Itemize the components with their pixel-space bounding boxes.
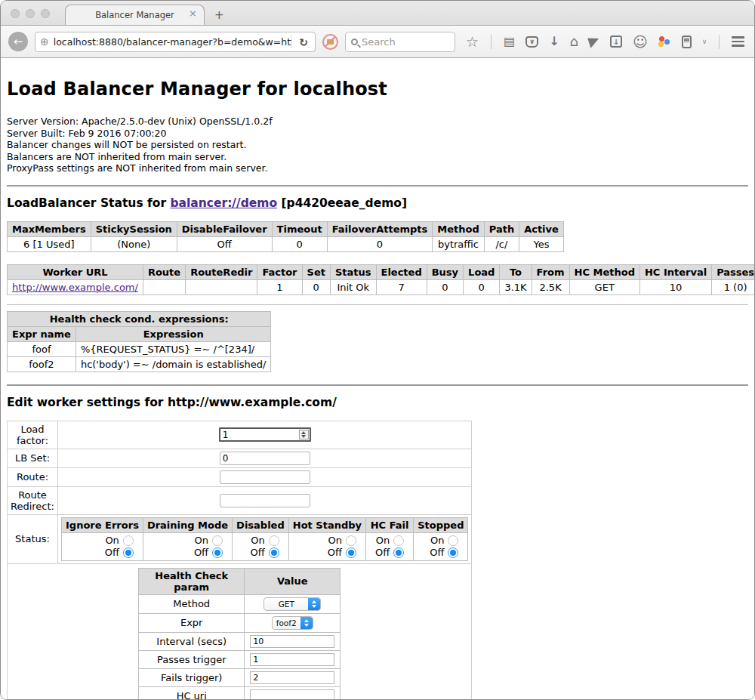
page-content: Load Balancer Manager for localhost Serv…	[1, 58, 754, 699]
status-draining-mode-off-radio[interactable]	[212, 547, 223, 558]
column-header: Worker URL	[8, 264, 143, 279]
column-header: Active	[519, 221, 564, 236]
column-header: To	[500, 264, 532, 279]
table-row: Health Check paramValueMethodGETExprfoof…	[8, 563, 472, 699]
back-button[interactable]: ←	[8, 32, 28, 51]
column-header: RouteRedir	[186, 264, 257, 279]
server-built: Server Built: Feb 9 2016 07:00:20	[7, 128, 748, 140]
new-tab-button[interactable]: +	[214, 8, 224, 22]
send-icon[interactable]	[587, 35, 601, 48]
close-window-icon[interactable]	[11, 9, 20, 18]
load-factor-input[interactable]	[219, 427, 311, 442]
reload-icon[interactable]: ↻	[291, 35, 315, 48]
back-icon: ←	[14, 35, 23, 48]
hc-uri-input[interactable]	[250, 689, 334, 700]
downloads-icon[interactable]: ↓	[549, 35, 559, 48]
search-bar[interactable]	[345, 32, 455, 52]
health-check-cell: Health Check paramValueMethodGETExprfoof…	[8, 563, 472, 699]
table-cell: 3.1K	[500, 279, 532, 294]
table-cell: Yes	[519, 236, 564, 251]
toolbar-icons: ☆ ▤ ∨ ↓ ⌂ ↓ ☺ ∨	[466, 35, 755, 49]
table-cell: 0	[327, 236, 433, 251]
download-square-icon[interactable]: ↓	[610, 35, 622, 48]
menu-icon[interactable]	[732, 36, 744, 47]
route-redirect-input[interactable]	[220, 494, 310, 507]
table-row: MethodGET	[139, 594, 341, 613]
column-header: FailoverAttempts	[327, 221, 433, 236]
status-stopped-off-radio[interactable]	[448, 547, 458, 558]
bookmark-star-icon[interactable]: ☆	[466, 35, 479, 48]
server-info: Server Version: Apache/2.5.0-dev (Unix) …	[7, 116, 748, 174]
table-row: foof2hc('body') =~ /domain is establishe…	[8, 356, 271, 372]
tab-balancer-manager[interactable]: Balancer Manager ×	[65, 5, 205, 25]
table-row: Interval (secs)	[139, 632, 341, 650]
status-hc-fail-on-radio[interactable]	[393, 535, 404, 546]
status-hot-standby-on-radio[interactable]	[346, 535, 356, 546]
interval-input[interactable]	[250, 635, 334, 648]
column-header: Value	[245, 568, 341, 594]
status-disabled-off-radio[interactable]	[269, 547, 279, 558]
url-text[interactable]: localhost:8880/balancer-manager?b=demo&w…	[54, 36, 292, 48]
column-header: Load	[464, 264, 500, 279]
balancer-demo-link[interactable]: balancer://demo	[170, 196, 277, 210]
fails-trigger-input[interactable]	[250, 671, 334, 684]
expr-select[interactable]: foof2	[272, 616, 313, 630]
search-icon	[351, 39, 358, 45]
balancer-status-table: MaxMembersStickySessionDisableFailoverTi…	[7, 221, 564, 252]
heading-suffix: [p4420eeae_demo]	[277, 196, 407, 210]
colored-dots-extension-icon[interactable]	[658, 35, 671, 48]
address-bar[interactable]: ⊕ localhost:8880/balancer-manager?b=demo…	[35, 32, 316, 52]
method-select[interactable]: GET	[263, 597, 321, 611]
reader-list-icon[interactable]	[682, 35, 692, 48]
column-header: Route	[143, 264, 185, 279]
route-input[interactable]	[220, 470, 310, 484]
status-draining-mode-on-radio[interactable]	[212, 535, 223, 546]
tab-close-icon[interactable]: ×	[189, 8, 197, 18]
edit-worker-heading: Edit worker settings for http://www.exam…	[7, 396, 748, 409]
status-ignore-errors-on-radio[interactable]	[123, 535, 134, 546]
lb-set-cell	[58, 449, 472, 467]
status-stopped-on-radio[interactable]	[448, 535, 458, 546]
table-cell: bytraffic	[433, 236, 484, 251]
table-row: foof%{REQUEST_STATUS} =~ /^[234]/	[8, 341, 271, 356]
content-blocked-icon[interactable]	[322, 34, 338, 50]
pocket-icon[interactable]: ∨	[525, 36, 538, 48]
status-hot-standby-off-radio[interactable]	[346, 547, 356, 558]
worker-url-link[interactable]: http://www.example.com/	[12, 282, 138, 293]
radio-label: On	[328, 535, 342, 547]
status-column-header: Disabled	[233, 517, 289, 532]
table-cell: /c/	[484, 236, 519, 251]
edit-worker-form: Load factor: LB Set: Route:	[7, 421, 472, 700]
divider	[7, 185, 748, 187]
column-header: Method	[433, 221, 484, 236]
lb-set-input[interactable]	[220, 452, 310, 465]
status-ignore-errors-off-radio[interactable]	[123, 547, 134, 558]
home-icon[interactable]: ⌂	[570, 35, 578, 48]
route-redirect-label: Route Redirect:	[8, 486, 58, 514]
column-header: MaxMembers	[8, 221, 91, 236]
window-controls[interactable]	[11, 9, 50, 18]
clipboard-icon[interactable]: ▤	[504, 35, 515, 48]
status-hc-fail-off-radio[interactable]	[393, 547, 404, 558]
passes-trigger-input[interactable]	[250, 653, 334, 666]
minimize-window-icon[interactable]	[26, 9, 35, 18]
search-input[interactable]	[362, 36, 437, 48]
status-column-header: HC Fail	[366, 517, 414, 532]
table-row: Fails trigger)	[139, 668, 341, 686]
number-spinner-icon[interactable]	[299, 430, 309, 439]
column-header: From	[532, 264, 569, 279]
load-factor-cell	[58, 421, 472, 449]
status-disabled-on-radio[interactable]	[269, 535, 279, 546]
chevron-down-icon[interactable]: ∨	[702, 38, 707, 45]
selected-value: foof2	[273, 618, 300, 628]
smiley-icon[interactable]: ☺	[633, 35, 648, 48]
table-cell: Off	[177, 236, 272, 251]
health-check-param-table: Health Check paramValueMethodGETExprfoof…	[138, 568, 341, 700]
page-title: Load Balancer Manager for localhost	[7, 79, 748, 100]
table-cell: 6 [1 Used]	[8, 236, 91, 251]
table-cell: foof2	[8, 356, 76, 372]
status-label: Status:	[8, 514, 58, 563]
server-version: Server Version: Apache/2.5.0-dev (Unix) …	[7, 116, 748, 128]
status-radio-cell: OnOff	[366, 532, 414, 560]
zoom-window-icon[interactable]	[41, 9, 50, 18]
